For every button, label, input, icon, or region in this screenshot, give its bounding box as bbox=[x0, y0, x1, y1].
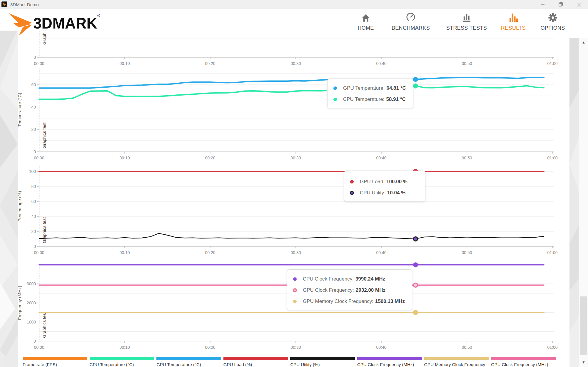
y-tick-label: 0 bbox=[34, 339, 36, 343]
time-tick-label: 00:00 bbox=[34, 345, 44, 350]
background-pattern-left bbox=[0, 29, 18, 367]
legend-item-gpu-temperature-c-[interactable]: GPU Temperature (°C) bbox=[156, 357, 221, 367]
y-axis-title: Temperature (°C) bbox=[18, 93, 22, 126]
tooltip-label: GPU Load: bbox=[360, 179, 385, 185]
y-tick-label: 0 bbox=[34, 55, 36, 60]
legend-color-bar bbox=[424, 357, 489, 360]
gauge-icon bbox=[405, 12, 416, 22]
time-tick-label: 00:00 bbox=[34, 61, 44, 66]
series-gpu-clock-frequency-marker bbox=[413, 283, 417, 287]
legend-color-bar bbox=[357, 357, 422, 360]
y-tick-label: 40 bbox=[31, 214, 36, 219]
tooltip-value: 3990.24 MHz bbox=[355, 276, 385, 282]
time-tick-label: 00:30 bbox=[290, 61, 301, 66]
series-dot-icon bbox=[333, 98, 337, 101]
y-axis-title: Percentage (%) bbox=[18, 191, 22, 221]
time-tick-label: 01:00 bbox=[547, 250, 557, 255]
chart-temperature: 020406000:0000:1000:2000:3000:4000:5001:… bbox=[18, 68, 558, 160]
series-dot-icon bbox=[293, 277, 297, 281]
vertical-scrollbar[interactable]: ▲ ▼ bbox=[579, 38, 588, 367]
nav-item-options[interactable]: OPTIONS bbox=[540, 12, 565, 31]
y-tick-label: 100 bbox=[29, 169, 36, 174]
series-cpu-temperature-marker bbox=[413, 84, 418, 89]
section-label-graphics-test: Graphics test bbox=[42, 217, 47, 243]
results-chart-panel: 000:0000:1000:2000:3000:4000:5001:00Grap… bbox=[18, 0, 573, 367]
time-tick-label: 00:10 bbox=[119, 156, 130, 160]
nav-label: STRESS TESTS bbox=[446, 25, 487, 31]
legend-color-bar bbox=[156, 357, 221, 360]
legend-item-cpu-clock-frequency-mhz-[interactable]: CPU Clock Frequency (MHz) bbox=[357, 357, 422, 367]
time-tick-label: 00:40 bbox=[376, 345, 386, 350]
nav-item-benchmarks[interactable]: BENCHMARKS bbox=[392, 12, 430, 31]
legend-item-cpu-utility-[interactable]: CPU Utility (%) bbox=[290, 357, 355, 367]
tooltip-label: GPU Memory Clock Frequency: bbox=[303, 298, 373, 304]
main-nav: HOMEBENCHMARKSSTRESS TESTSRESULTSOPTIONS bbox=[0, 12, 588, 38]
restore-button[interactable] bbox=[552, 0, 570, 9]
tooltip-label: GPU Clock Frequency: bbox=[303, 287, 354, 293]
legend-color-bar bbox=[223, 357, 288, 360]
legend-item-gpu-memory-clock-frequency[interactable]: GPU Memory Clock Frequency bbox=[424, 357, 489, 367]
nav-label: BENCHMARKS bbox=[392, 25, 430, 31]
series-gpu-temperature-marker bbox=[413, 77, 418, 82]
y-tick-label: 3000 bbox=[27, 281, 36, 286]
series-cpu-utility-marker bbox=[413, 237, 417, 241]
nav-item-results[interactable]: RESULTS bbox=[501, 12, 526, 31]
scroll-down-icon[interactable]: ▼ bbox=[579, 359, 588, 366]
tooltip-value: 100.00 % bbox=[386, 179, 407, 185]
legend-item-cpu-temperature-c-[interactable]: CPU Temperature (°C) bbox=[90, 357, 154, 367]
time-tick-label: 00:30 bbox=[290, 345, 301, 350]
legend-item-gpu-load-[interactable]: GPU Load (%) bbox=[223, 357, 288, 367]
y-tick-label: 20 bbox=[31, 229, 36, 234]
legend-label: GPU Memory Clock Frequency bbox=[424, 362, 489, 367]
chart-tooltip-3: CPU Clock Frequency:3990.24 MHzGPU Clock… bbox=[287, 269, 412, 310]
time-tick-label: 00:40 bbox=[376, 156, 386, 160]
tooltip-label: GPU Temperature: bbox=[343, 85, 385, 91]
scrollbar-thumb[interactable] bbox=[580, 296, 587, 355]
legend-color-bar bbox=[491, 357, 556, 360]
tooltip-label: CPU Temperature: bbox=[343, 96, 384, 102]
series-cpu-clock-frequency-marker bbox=[413, 262, 418, 267]
time-tick-label: 00:20 bbox=[205, 345, 215, 350]
scroll-up-icon[interactable]: ▲ bbox=[579, 39, 588, 46]
legend-item-gpu-clock-frequency-mhz-[interactable]: GPU Clock Frequency (MHz) bbox=[491, 357, 556, 367]
app-header: 3DMARK ® HOMEBENCHMARKSSTRESS TESTSRESUL… bbox=[0, 9, 588, 31]
time-tick-label: 00:50 bbox=[462, 345, 472, 350]
tooltip-value: 1500.13 MHz bbox=[375, 298, 405, 304]
legend-color-bar bbox=[90, 357, 154, 360]
series-dot-icon bbox=[333, 86, 337, 90]
time-tick-label: 00:50 bbox=[462, 61, 472, 66]
time-tick-label: 00:30 bbox=[290, 156, 301, 160]
chart-tooltip-1: GPU Temperature:64.81 °CCPU Temperature:… bbox=[327, 79, 413, 108]
time-tick-label: 00:10 bbox=[119, 345, 130, 350]
legend-label: CPU Temperature (°C) bbox=[90, 362, 154, 367]
y-tick-label: 60 bbox=[31, 199, 36, 204]
series-cpu-utility-line bbox=[39, 233, 544, 239]
nav-item-home[interactable]: HOME bbox=[358, 12, 374, 31]
legend-item-frame-rate-fps-[interactable]: Frame rate (FPS) bbox=[23, 357, 87, 367]
legend-label: GPU Clock Frequency (MHz) bbox=[491, 362, 556, 367]
nav-label: HOME bbox=[358, 25, 374, 31]
series-dot-icon bbox=[293, 300, 297, 303]
series-cpu-temperature-line bbox=[39, 86, 544, 99]
time-tick-label: 00:50 bbox=[462, 250, 472, 255]
legend-label: GPU Load (%) bbox=[223, 362, 288, 367]
y-axis-title: Frequency (MHz) bbox=[18, 286, 22, 320]
home-icon bbox=[361, 12, 370, 22]
tooltip-row: GPU Memory Clock Frequency:1500.13 MHz bbox=[293, 296, 405, 307]
section-label-graphics-test: Graphics test bbox=[42, 312, 47, 338]
close-button[interactable] bbox=[570, 0, 588, 9]
series-dot-icon bbox=[293, 288, 297, 292]
y-tick-label: 0 bbox=[34, 244, 36, 249]
tooltip-row: CPU Clock Frequency:3990.24 MHz bbox=[293, 273, 405, 285]
time-tick-label: 00:00 bbox=[34, 156, 44, 160]
legend-color-bar bbox=[290, 357, 355, 360]
nav-item-stress-tests[interactable]: STRESS TESTS bbox=[446, 12, 487, 31]
monitoring-charts: 000:0000:1000:2000:3000:4000:5001:00Grap… bbox=[18, 0, 573, 367]
minimize-button[interactable] bbox=[533, 0, 552, 9]
y-tick-label: 80 bbox=[31, 184, 36, 189]
chart-legend: Frame rate (FPS)CPU Temperature (°C)GPU … bbox=[18, 357, 573, 367]
tooltip-row: GPU Clock Frequency:2932.00 MHz bbox=[293, 285, 405, 296]
y-tick-label: 2000 bbox=[27, 301, 36, 305]
time-tick-label: 00:00 bbox=[34, 250, 44, 255]
time-tick-label: 01:00 bbox=[547, 156, 557, 160]
